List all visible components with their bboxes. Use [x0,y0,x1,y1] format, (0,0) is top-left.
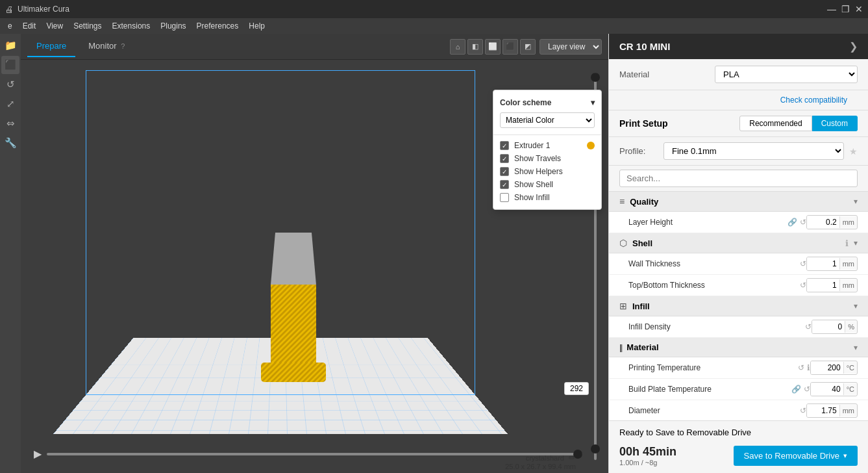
play-row: ▶ [34,448,582,460]
setting-row-diameter: Diameter ↺ mm [609,400,868,420]
edit-model-icon[interactable]: ✏ [569,453,576,463]
scrub-track[interactable] [47,453,582,455]
model-dimensions: 25.0 x 26.7 x 99.4 mm [505,463,576,470]
model-3d[interactable] [261,233,326,382]
dropdown-row-travels: Show Travels [493,152,601,165]
layer-height-input[interactable] [807,216,839,229]
material-settings-group-header[interactable]: ||| Material ▾ [609,338,868,357]
infill-group-icon: ⊞ [619,301,627,311]
menu-item-file[interactable]: e [3,18,18,34]
show-infill-checkbox[interactable] [500,193,509,202]
minimize-button[interactable]: — [827,4,836,14]
profile-star-icon[interactable]: ★ [849,146,858,157]
shell-group-title: Shell [632,238,734,248]
menu-item-preferences[interactable]: Preferences [192,18,244,34]
sidebar-icon-scale[interactable]: ⤢ [1,95,19,113]
print-temp-input[interactable] [811,361,843,374]
dropdown-row-shell: Show Shell [493,178,601,191]
menu-item-help[interactable]: Help [243,18,270,34]
dropdown-row-extruder1: Extruder 1 [493,139,601,152]
diameter-icons: ↺ [800,406,806,415]
build-plate-temp-input-wrap: °C [810,382,858,396]
material-label: Material [619,70,649,79]
infill-density-reset-icon[interactable]: ↺ [805,322,812,331]
infill-density-input[interactable] [812,320,845,333]
wall-thickness-input-wrap: mm [806,257,858,271]
print-material: 1.00m / ~8g [619,459,676,467]
layer-height-label: Layer Height [628,218,787,227]
build-plate-temp-input[interactable] [811,383,843,396]
menu-item-edit[interactable]: Edit [18,18,42,34]
menu-item-plugins[interactable]: Plugins [155,18,191,34]
diameter-input[interactable] [807,404,839,417]
view-cube-home[interactable]: ⌂ [450,39,465,55]
extruder1-checkbox[interactable] [500,141,509,150]
layer-height-input-wrap: mm [806,215,858,229]
topbottom-thickness-input[interactable] [807,279,839,292]
menu-item-extensions[interactable]: Extensions [107,18,156,34]
view-cube-front[interactable]: ◧ [467,39,483,55]
quality-group-header[interactable]: ≡ Quality ▾ [609,192,868,212]
layer-slider-thumb-top[interactable] [591,73,600,82]
sidebar-icon-rotate[interactable]: ↺ [1,75,19,94]
panel-collapse-button[interactable]: ❯ [849,40,858,53]
sidebar-icon-3d[interactable]: ⬛ [1,56,19,74]
print-temp-info-icon[interactable]: ℹ [807,363,810,372]
window-controls: — ❐ ✕ [827,4,863,14]
play-button[interactable]: ▶ [34,448,42,460]
infill-group-header[interactable]: ⊞ Infill ▾ [609,296,868,316]
show-helpers-checkbox[interactable] [500,167,509,176]
layer-slider-thumb-bottom[interactable] [591,444,600,454]
wall-thickness-label: Wall Thickness [628,259,800,268]
diameter-reset-icon[interactable]: ↺ [800,406,806,415]
color-scheme-dropdown: Color scheme ▾ Material Color Line Type … [493,90,602,210]
color-scheme-select[interactable]: Material Color Line Type [500,112,595,128]
ready-label: Ready to Save to Removable Drive [619,428,751,437]
shell-info-icon[interactable]: ℹ [845,238,849,248]
layer-height-link-icon[interactable]: 🔗 [787,218,797,227]
infill-group-title: Infill [632,301,849,311]
tab-recommended[interactable]: Recommended [739,116,812,131]
search-input[interactable] [619,170,858,187]
diameter-unit: mm [839,405,857,416]
view-cube-persp[interactable]: ◩ [520,39,536,55]
menu-item-view[interactable]: View [41,18,68,34]
print-temp-input-wrap: °C [810,361,858,375]
close-button[interactable]: ✕ [855,4,863,14]
sidebar-icon-open[interactable]: 📁 [1,36,19,55]
view-cube-side[interactable]: ⬜ [485,39,501,55]
save-to-removable-drive-button[interactable]: Save to Removable Drive ▾ [734,446,858,466]
material-settings-group-icon: ||| [619,343,621,352]
shell-group-arrow-icon: ▾ [854,238,858,248]
menu-item-settings[interactable]: Settings [68,18,106,34]
sidebar-icon-mirror[interactable]: ⇔ [1,114,19,133]
profile-select[interactable]: Fine 0.1mm Normal 0.2mm Draft 0.3mm [663,142,844,160]
sidebar-icon-supports[interactable]: 🔧 [1,134,19,152]
print-temp-reset-icon[interactable]: ↺ [798,363,804,372]
wall-thickness-reset-icon[interactable]: ↺ [800,259,806,268]
print-setup-header: Print Setup Recommended Custom [609,110,868,137]
diameter-input-wrap: mm [806,403,858,418]
build-plate-temp-link-icon[interactable]: 🔗 [791,385,801,394]
extruder1-label: Extruder 1 [514,141,550,150]
tab-prepare[interactable]: Prepare [27,36,75,57]
view-mode-select[interactable]: Layer view Solid view X-ray view [539,39,602,55]
setting-row-infill-density: Infill Density ↺ % [609,316,868,338]
view-cube-top[interactable]: ⬛ [502,39,518,55]
viewport-3d[interactable]: 292 ▶ crystalshard ✏ 25.0 x 26. [21,60,608,473]
wall-thickness-input[interactable] [807,257,839,270]
layer-height-reset-icon[interactable]: ↺ [800,218,806,227]
dropdown-arrow-icon: ▾ [591,98,595,107]
check-compatibility-link[interactable]: Check compatibility [619,93,858,107]
material-select[interactable]: PLA ABS PETG [715,66,858,83]
tab-monitor[interactable]: Monitor ? [79,36,134,57]
build-plate-temp-reset-icon[interactable]: ↺ [804,385,810,394]
topbottom-thickness-reset-icon[interactable]: ↺ [800,281,806,290]
show-shell-checkbox[interactable] [500,180,509,189]
maximize-button[interactable]: ❐ [841,4,850,14]
monitor-help-icon: ? [121,42,125,50]
tab-custom[interactable]: Custom [812,116,858,131]
show-travels-checkbox[interactable] [500,154,509,163]
shell-group-header[interactable]: ⬡ Shell ℹ ▾ [609,233,868,253]
menubar: e Edit View Settings Extensions Plugins … [0,18,868,34]
